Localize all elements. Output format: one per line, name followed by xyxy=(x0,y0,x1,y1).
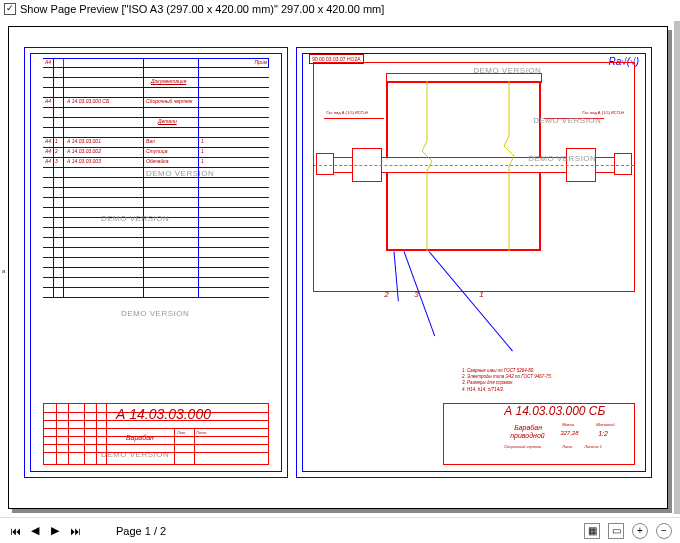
spec-r2-name: Вал xyxy=(146,138,155,144)
vertical-scrollbar[interactable] xyxy=(674,21,680,514)
tb-code: А 14.03.03.000 xyxy=(116,406,211,422)
page-preview-label: Show Page Preview ["ISO A3 (297.00 x 420… xyxy=(20,3,384,15)
spec-r3-code: А 14.03.03.002 xyxy=(67,148,101,154)
top-toolbar: ✓ Show Page Preview ["ISO A3 (297.00 x 4… xyxy=(0,0,680,18)
callout-1: 1 xyxy=(479,290,483,299)
centerline xyxy=(314,165,634,166)
shaft-end-right xyxy=(614,153,632,175)
spec-r2-num: 1 xyxy=(55,138,58,144)
watermark: DEMO VERSION xyxy=(121,309,189,318)
sheet-asm-border: 90.00 03.03.07 НО2А Ra√(√) xyxy=(302,53,646,472)
shaft-end-left xyxy=(316,153,334,175)
dim-left-label: См. вид А (1:5) ИСО-Н xyxy=(326,110,368,115)
spec-r3-qty: 1 xyxy=(201,148,204,154)
tb-mass-val: 327,28 xyxy=(560,430,578,436)
spec-prim: Прим xyxy=(255,59,268,65)
page-frame: A4 Прим Документация А4 А 14.03.03.000 С… xyxy=(8,26,668,509)
grid-view-button[interactable]: ▦ xyxy=(584,523,600,539)
spec-r4-qty: 1 xyxy=(201,158,204,164)
tech-requirements: 1. Сварные швы по ГОСТ 5264-80. 2. Элект… xyxy=(462,368,627,393)
callout-3: 3 xyxy=(414,290,418,299)
tb-asm-code: А 14.03.03.000 СБ xyxy=(504,404,605,418)
prev-page-button[interactable]: ◀ xyxy=(28,524,42,538)
scrollbar-thumb[interactable] xyxy=(674,21,680,514)
spec-r2-qty: 1 xyxy=(201,138,204,144)
leader-3 xyxy=(394,251,399,301)
bottom-toolbar: ⏮ ◀ ▶ ⏭ Page 1 / 2 ▦ ▭ + − xyxy=(0,517,680,543)
spec-fmt: A4 xyxy=(45,59,51,65)
callout-2: 2 xyxy=(384,290,388,299)
page-indicator: Page 1 / 2 xyxy=(116,525,166,537)
asm-titleblock: А 14.03.03.000 СБ Барабан приводной Сбор… xyxy=(443,403,635,465)
tb-lit: Лит. xyxy=(177,430,186,435)
spec-r4-num: 3 xyxy=(55,158,58,164)
tb-asm-subtitle: Сборочный чертеж xyxy=(504,444,541,449)
spec-r3-name: Ступица xyxy=(146,148,167,154)
tb-name: Барабан xyxy=(126,434,154,441)
show-preview-checkbox[interactable]: ✓ xyxy=(4,3,16,15)
break-line xyxy=(504,81,514,251)
break-line xyxy=(422,81,432,251)
dim-top xyxy=(386,73,541,74)
sheet-specification: A4 Прим Документация А4 А 14.03.03.000 С… xyxy=(24,47,288,478)
tb-mass-label: Масса xyxy=(562,422,574,427)
spec-r4-name: Обечайка xyxy=(146,158,169,164)
page-surface: A4 Прим Документация А4 А 14.03.03.000 С… xyxy=(24,47,652,478)
first-page-button[interactable]: ⏮ xyxy=(8,524,22,538)
note-line: 4. Н14, h14, ±IT14/2. xyxy=(462,387,627,393)
spec-titleblock: А 14.03.03.000 Барабан Лит. Лист xyxy=(43,403,269,465)
spec-row-name: Сборочный чертеж xyxy=(146,98,192,104)
sheet-assembly: 90.00 03.03.07 НО2А Ra√(√) xyxy=(296,47,652,478)
tb-scale-val: 1:2 xyxy=(598,430,608,437)
margin-marker: a xyxy=(2,268,5,274)
preview-viewport: a A4 Прим Документация xyxy=(0,18,680,517)
tb-asm-name2: приводной xyxy=(510,432,545,439)
spec-table: A4 Прим Документация А4 А 14.03.03.000 С… xyxy=(43,58,269,298)
tb-scale-label: Масштаб xyxy=(596,422,615,427)
zoom-out-button[interactable]: − xyxy=(656,523,672,539)
next-page-button[interactable]: ▶ xyxy=(48,524,62,538)
spec-r3-num: 2 xyxy=(55,148,58,154)
sheet-spec-border: A4 Прим Документация А4 А 14.03.03.000 С… xyxy=(30,53,282,472)
tb-list2: Лист xyxy=(562,444,572,449)
dim-right-label: См. вид А (1:5) ИСО-Н xyxy=(582,110,624,115)
fit-page-button[interactable]: ▭ xyxy=(608,523,624,539)
leader-1 xyxy=(404,251,436,336)
spec-r2-code: А 14.03.03.001 xyxy=(67,138,101,144)
spec-header-parts: Детали xyxy=(158,118,177,124)
zoom-in-button[interactable]: + xyxy=(632,523,648,539)
tb-listov2: Листов 1 xyxy=(584,444,602,449)
tb-list: Лист xyxy=(196,430,206,435)
spec-r4-code: А 14.03.03.003 xyxy=(67,158,101,164)
assembly-view: См. вид А (1:5) ИСО-Н См. вид А (1:5) ИС… xyxy=(313,62,635,292)
last-page-button[interactable]: ⏭ xyxy=(68,524,82,538)
spec-header-doc: Документация xyxy=(151,78,186,84)
tb-asm-name1: Барабан xyxy=(514,424,542,431)
leader-2 xyxy=(429,251,513,351)
spec-row-code: А 14.03.03.000 СБ xyxy=(67,98,109,104)
